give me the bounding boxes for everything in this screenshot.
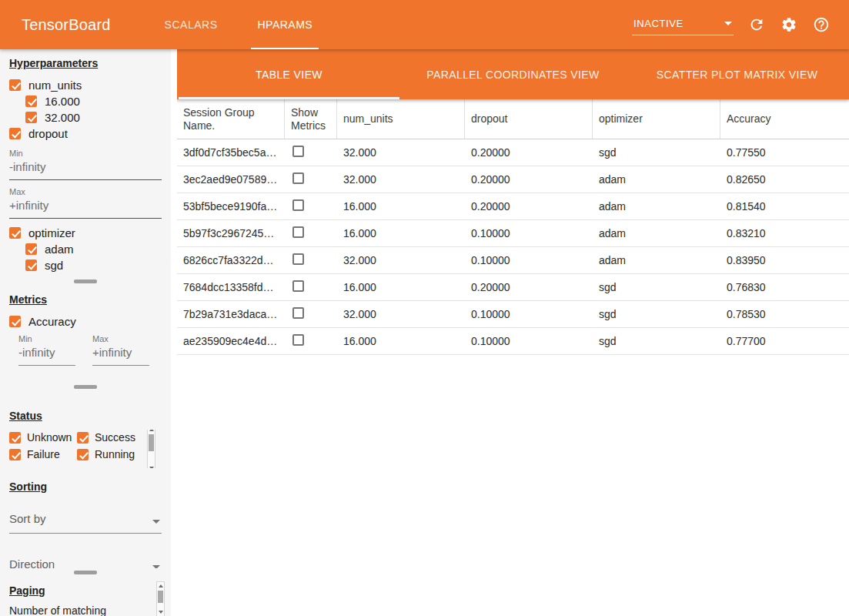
tab-table-view[interactable]: TABLE VIEW [177, 49, 401, 99]
paging-scrollbar[interactable] [156, 581, 165, 616]
content-area: Hyperparameters num_units 16.000 32.000 … [0, 49, 849, 616]
tab-scatter-plot-matrix-view[interactable]: SCATTER PLOT MATRIX VIEW [625, 49, 849, 99]
show-metrics-checkbox[interactable] [292, 146, 304, 157]
optimizer-value: adam [593, 227, 720, 239]
checkbox-label: num_units [28, 79, 82, 92]
num-units-value: 16.000 [337, 200, 465, 213]
show-metrics-checkbox[interactable] [292, 253, 304, 265]
metric-checkbox-accuracy[interactable]: Accuracy [9, 313, 162, 330]
hparam-checkbox-optimizer[interactable]: optimizer [9, 225, 162, 241]
table-row: 3df0d7cf35bec5a… 32.000 0.20000 sgd 0.77… [177, 139, 849, 166]
scrollbar-thumb[interactable] [158, 591, 163, 603]
session-group-name: 6826cc7fa3322d82… [177, 254, 285, 266]
session-group-name: 3ec2aed9e07589f… [177, 173, 285, 186]
pane-resize-handle[interactable] [0, 277, 171, 286]
show-metrics-checkbox[interactable] [292, 172, 304, 184]
optimizer-value: adam [593, 200, 720, 213]
scrollbar-thumb[interactable] [149, 434, 154, 451]
tab-parallel-coordinates-view[interactable]: PARALLEL COORDINATES VIEW [401, 49, 625, 99]
accuracy-value: 0.76830 [720, 281, 849, 293]
pane-resize-handle[interactable] [0, 383, 171, 391]
tab-scalars[interactable]: SCALARS [145, 0, 238, 49]
column-header-num-units[interactable]: num_units [337, 99, 465, 139]
optimizer-value: adam [593, 254, 720, 266]
tab-label: SCATTER PLOT MATRIX VIEW [657, 69, 818, 81]
matching-groups-count: Number of matching session groups: 8 [9, 604, 162, 616]
accuracy-value: 0.83210 [720, 227, 849, 239]
table-row: 53bf5bece9190fa… 16.000 0.20000 adam 0.8… [177, 193, 849, 220]
hparam-checkbox-num-units[interactable]: num_units [9, 77, 162, 93]
resize-grip-icon [74, 280, 97, 283]
column-header-show-metrics[interactable]: Show Metrics [285, 99, 337, 139]
sidebar: Hyperparameters num_units 16.000 32.000 … [0, 49, 171, 616]
scroll-down-icon[interactable] [157, 608, 164, 616]
sort-by-value: Sort by [9, 512, 46, 525]
resize-grip-icon [74, 571, 97, 574]
checkbox-checked-icon [77, 432, 89, 444]
hparam-value-checkbox-32[interactable]: 32.000 [25, 109, 162, 126]
session-group-name: ae235909ec4e4d… [177, 335, 285, 347]
hparam-value-checkbox-adam[interactable]: adam [25, 241, 162, 257]
show-metrics-checkbox[interactable] [292, 226, 304, 238]
scroll-up-icon[interactable] [157, 582, 164, 590]
hparam-checkbox-dropout[interactable]: dropout [9, 126, 162, 142]
direction-dropdown[interactable]: Direction [9, 554, 162, 568]
pane-resize-handle[interactable] [0, 568, 171, 577]
num-units-value: 16.000 [337, 281, 465, 293]
dropout-min-input[interactable] [9, 158, 162, 180]
sort-by-dropdown[interactable]: Sort by [9, 508, 162, 534]
status-checkbox-running[interactable]: Running [77, 447, 145, 462]
status-heading: Status [9, 410, 162, 422]
hparam-value-checkbox-16[interactable]: 16.000 [25, 93, 162, 109]
accuracy-value: 0.83950 [720, 254, 849, 266]
checkbox-label: Unknown [27, 431, 72, 444]
status-checkbox-success[interactable]: Success [77, 430, 145, 445]
settings-button[interactable] [780, 15, 798, 34]
dropout-value: 0.20000 [465, 281, 593, 293]
hparam-value-checkbox-sgd[interactable]: sgd [25, 257, 162, 273]
dropout-min-label: Min [9, 149, 162, 158]
metric-min-input[interactable] [18, 343, 75, 366]
metric-max-label: Max [92, 334, 149, 343]
status-checkbox-unknown[interactable]: Unknown [9, 430, 77, 445]
status-scrollbar[interactable] [147, 430, 155, 468]
hyperparameters-heading: Hyperparameters [9, 57, 162, 69]
help-button[interactable] [812, 15, 831, 34]
scroll-down-icon[interactable] [148, 464, 155, 468]
column-header-optimizer[interactable]: optimizer [593, 99, 720, 139]
column-header-accuracy[interactable]: Accuracy [720, 99, 849, 139]
table-row: 5b97f3c2967245b… 16.000 0.10000 adam 0.8… [177, 220, 849, 247]
hyperparameters-pane: Hyperparameters num_units 16.000 32.000 … [0, 49, 171, 277]
status-checkbox-failure[interactable]: Failure [9, 447, 77, 462]
metrics-heading: Metrics [9, 293, 162, 306]
checkbox-checked-icon [25, 112, 37, 123]
session-group-name: 3df0d7cf35bec5a… [177, 146, 285, 159]
chevron-down-icon [152, 565, 160, 568]
metric-max-input[interactable] [92, 343, 149, 366]
view-tabs: TABLE VIEW PARALLEL COORDINATES VIEW SCA… [177, 49, 849, 99]
checkbox-checked-icon [9, 432, 21, 444]
reload-status-value: INACTIVE [633, 18, 684, 29]
optimizer-value: sgd [593, 335, 720, 347]
refresh-button[interactable] [747, 15, 766, 34]
dropout-max-input[interactable] [9, 196, 162, 219]
show-metrics-checkbox[interactable] [292, 199, 304, 211]
show-metrics-checkbox[interactable] [292, 280, 304, 292]
checkbox-checked-icon [25, 259, 37, 271]
column-header-dropout[interactable]: dropout [465, 99, 593, 139]
reload-status-dropdown[interactable]: INACTIVE [632, 15, 734, 35]
dropout-value: 0.10000 [465, 335, 593, 347]
show-metrics-checkbox[interactable] [292, 334, 304, 346]
num-units-value: 32.000 [337, 254, 465, 266]
checkbox-checked-icon [25, 95, 37, 107]
accuracy-value: 0.77700 [720, 335, 849, 347]
dropout-value: 0.10000 [465, 227, 593, 239]
scroll-up-icon[interactable] [148, 430, 155, 434]
checkbox-checked-icon [9, 316, 21, 327]
table-row: 3ec2aed9e07589f… 32.000 0.20000 adam 0.8… [177, 166, 849, 193]
column-header-session-group-name[interactable]: Session Group Name. [177, 99, 285, 139]
checkbox-label: adam [45, 243, 74, 256]
tab-hparams[interactable]: HPARAMS [237, 0, 333, 49]
checkbox-label: Failure [27, 448, 60, 460]
show-metrics-checkbox[interactable] [292, 307, 304, 319]
